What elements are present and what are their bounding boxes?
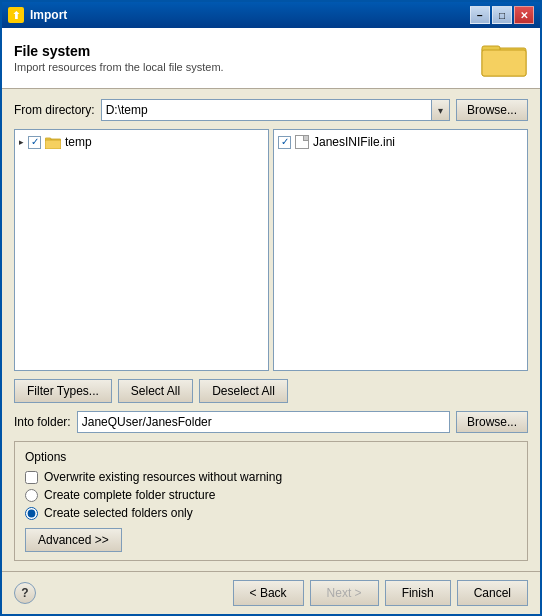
file-icon-janesinifile xyxy=(295,135,309,149)
svg-rect-5 xyxy=(45,140,61,149)
import-dialog: ⬆ Import − □ ✕ File system Import resour… xyxy=(0,0,542,616)
into-folder-browse-button[interactable]: Browse... xyxy=(456,411,528,433)
selected-folders-label: Create selected folders only xyxy=(44,506,193,520)
footer-left: ? xyxy=(14,582,36,604)
from-directory-combo[interactable]: ▾ xyxy=(101,99,450,121)
tree-item-temp[interactable]: ▸ temp xyxy=(19,134,264,150)
from-directory-row: From directory: ▾ Browse... xyxy=(14,99,528,121)
combo-arrow-icon[interactable]: ▾ xyxy=(431,100,449,120)
into-folder-row: Into folder: Browse... xyxy=(14,411,528,433)
back-button[interactable]: < Back xyxy=(233,580,304,606)
from-directory-browse-button[interactable]: Browse... xyxy=(456,99,528,121)
from-directory-label: From directory: xyxy=(14,103,95,117)
overwrite-label: Overwrite existing resources without war… xyxy=(44,470,282,484)
footer: ? < Back Next > Finish Cancel xyxy=(2,571,540,614)
title-bar: ⬆ Import − □ ✕ xyxy=(2,2,540,28)
cancel-button[interactable]: Cancel xyxy=(457,580,528,606)
complete-folder-label: Create complete folder structure xyxy=(44,488,215,502)
content-area: From directory: ▾ Browse... ▸ te xyxy=(2,89,540,571)
close-button[interactable]: ✕ xyxy=(514,6,534,24)
options-title: Options xyxy=(25,450,517,464)
filter-types-button[interactable]: Filter Types... xyxy=(14,379,112,403)
into-folder-label: Into folder: xyxy=(14,415,71,429)
select-all-button[interactable]: Select All xyxy=(118,379,193,403)
finish-button[interactable]: Finish xyxy=(385,580,451,606)
directory-tree-panel[interactable]: ▸ temp xyxy=(14,129,269,371)
footer-right: < Back Next > Finish Cancel xyxy=(233,580,528,606)
maximize-button[interactable]: □ xyxy=(492,6,512,24)
help-button[interactable]: ? xyxy=(14,582,36,604)
minimize-button[interactable]: − xyxy=(470,6,490,24)
svg-rect-2 xyxy=(482,50,526,76)
file-item-checkbox-janesinifile[interactable] xyxy=(278,136,291,149)
panels-row: ▸ temp JanesINIFile.ini xyxy=(14,129,528,371)
file-item-janesinifile[interactable]: JanesINIFile.ini xyxy=(278,134,523,150)
options-group: Options Overwrite existing resources wit… xyxy=(14,441,528,561)
complete-folder-option-row: Create complete folder structure xyxy=(25,488,517,502)
page-description: Import resources from the local file sys… xyxy=(14,61,224,73)
tree-expand-icon[interactable]: ▸ xyxy=(19,137,24,147)
tree-item-label-temp: temp xyxy=(65,135,92,149)
overwrite-checkbox[interactable] xyxy=(25,471,38,484)
files-panel[interactable]: JanesINIFile.ini xyxy=(273,129,528,371)
selected-folders-option-row: Create selected folders only xyxy=(25,506,517,520)
header-folder-icon xyxy=(480,38,528,78)
page-title: File system xyxy=(14,43,224,59)
panel-buttons-row: Filter Types... Select All Deselect All xyxy=(14,379,528,403)
from-directory-input[interactable] xyxy=(102,100,431,120)
tree-item-checkbox-temp[interactable] xyxy=(28,136,41,149)
window-icon: ⬆ xyxy=(8,7,24,23)
header-section: File system Import resources from the lo… xyxy=(2,28,540,89)
selected-folders-radio[interactable] xyxy=(25,507,38,520)
complete-folder-radio[interactable] xyxy=(25,489,38,502)
next-button[interactable]: Next > xyxy=(310,580,379,606)
title-buttons: − □ ✕ xyxy=(470,6,534,24)
deselect-all-button[interactable]: Deselect All xyxy=(199,379,288,403)
advanced-button[interactable]: Advanced >> xyxy=(25,528,122,552)
into-folder-input[interactable] xyxy=(77,411,450,433)
folder-icon xyxy=(45,136,61,149)
file-item-label-janesinifile: JanesINIFile.ini xyxy=(313,135,395,149)
overwrite-option-row: Overwrite existing resources without war… xyxy=(25,470,517,484)
window-title: Import xyxy=(30,8,67,22)
